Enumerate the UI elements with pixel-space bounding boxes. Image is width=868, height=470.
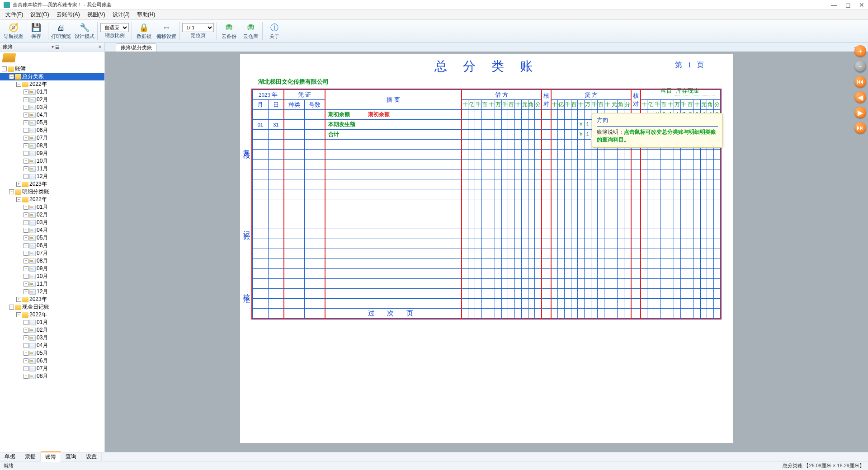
tree-item[interactable]: +08月	[0, 142, 104, 150]
float-toolbar: ＋ − ⏮ ◀ ▶ ⏭	[854, 45, 866, 134]
offset-icon: ↔	[161, 22, 172, 33]
save-icon: 💾	[31, 22, 42, 33]
tooltip-title: 方向	[597, 116, 718, 127]
ledger-tree[interactable]: −账簿−总分类账−2022年+01月+02月+03月+04月+05月+06月+0…	[0, 64, 104, 452]
tree-item[interactable]: +11月	[0, 280, 104, 288]
tree-item[interactable]: +06月	[0, 127, 104, 134]
tree-item[interactable]: +2023年	[0, 180, 104, 188]
cloud-backup-button[interactable]: ⛃云备份	[218, 20, 240, 42]
menu-cloud-account[interactable]: 云账号(A)	[54, 10, 83, 19]
tree-item[interactable]: +08月	[0, 257, 104, 265]
menu-settings[interactable]: 设置(O)	[28, 10, 52, 19]
tree-item[interactable]: +02月	[0, 96, 104, 103]
printer-icon: 🖨	[56, 22, 66, 33]
close-button[interactable]: ✕	[859, 1, 864, 9]
title-bar: 全真账本软件—我的私账专家！ - 我公司账套 — ◻ ✕	[0, 0, 868, 10]
status-right: 总分类账 【26.08厘米 × 18.29厘米】	[783, 462, 864, 469]
tree-item[interactable]: +02月	[0, 211, 104, 219]
tree-item[interactable]: +12月	[0, 173, 104, 180]
zoom-group: 自适应 缩放比例	[99, 20, 131, 42]
info-icon: ⓘ	[269, 22, 280, 33]
sidebar-header: 账簿 ▾ ⬓ ✕	[0, 42, 104, 52]
tree-item[interactable]: +04月	[0, 226, 104, 234]
tree-item[interactable]: +12月	[0, 288, 104, 296]
first-page-button[interactable]: ⏮	[854, 76, 866, 88]
prev-page-button[interactable]: ◀	[854, 91, 866, 103]
menu-help[interactable]: 帮助(H)	[134, 10, 158, 19]
bottom-tab-bar: 单据票据账簿查询设置	[0, 452, 868, 461]
tree-item[interactable]: +07月	[0, 134, 104, 142]
canvas-area: 账簿/总分类账 ▾ ✕ 总 分 类 账 第 1 页 湖北梯田文化传播有限公司 科…	[105, 42, 868, 452]
tooltip-body: 账簿说明：点击鼠标可改变总分类账与明细明类账的查询科目。	[597, 128, 718, 144]
tree-item[interactable]: +01月	[0, 88, 104, 96]
tree-item[interactable]: +10月	[0, 157, 104, 165]
window-title: 全真账本软件—我的私账专家！ - 我公司账套	[13, 1, 112, 8]
bottom-tab[interactable]: 账簿	[41, 451, 61, 462]
last-page-button[interactable]: ⏭	[854, 122, 866, 134]
tree-item[interactable]: +09月	[0, 150, 104, 157]
lock-icon: 🔒	[138, 22, 149, 33]
tree-item[interactable]: +04月	[0, 342, 104, 349]
tree-item[interactable]: +2023年	[0, 296, 104, 303]
tree-item[interactable]: −明细分类账	[0, 188, 104, 196]
data-lock-button[interactable]: 🔒数据锁	[133, 20, 155, 42]
tree-item[interactable]: +02月	[0, 326, 104, 334]
tree-item[interactable]: +07月	[0, 249, 104, 257]
nav-view-button[interactable]: 🧭导航视图	[2, 20, 25, 42]
nav-view-icon: 🧭	[8, 22, 19, 33]
zoom-out-button[interactable]: −	[854, 61, 866, 72]
page-group: 1/ 1 定位页	[180, 20, 216, 42]
bottom-tab[interactable]: 单据	[0, 452, 20, 461]
tree-item[interactable]: −账簿	[0, 65, 104, 73]
tree-item[interactable]: −2022年	[0, 311, 104, 319]
print-preview-button[interactable]: 🖨打印预览	[49, 20, 73, 42]
zoom-combo[interactable]: 自适应	[100, 23, 129, 32]
sidebar-book-icon	[0, 52, 104, 64]
bottom-tab[interactable]: 设置	[81, 452, 102, 461]
tree-item[interactable]: −2022年	[0, 196, 104, 203]
maximize-button[interactable]: ◻	[845, 1, 851, 9]
tree-item[interactable]: +03月	[0, 219, 104, 226]
about-button[interactable]: ⓘ关于	[264, 20, 285, 42]
offset-settings-button[interactable]: ↔偏移设置	[155, 20, 178, 42]
tree-item[interactable]: +08月	[0, 372, 104, 380]
page-combo[interactable]: 1/ 1	[182, 23, 214, 32]
tree-item[interactable]: +04月	[0, 111, 104, 119]
tree-item[interactable]: +01月	[0, 319, 104, 326]
tree-item[interactable]: +03月	[0, 103, 104, 111]
tree-item[interactable]: +10月	[0, 273, 104, 280]
tree-item[interactable]: +07月	[0, 365, 104, 372]
document-tab-bar: 账簿/总分类账 ▾ ✕	[105, 42, 868, 52]
tree-item[interactable]: +05月	[0, 119, 104, 127]
cloud-store-button[interactable]: ⛃云仓库	[240, 20, 261, 42]
document-tab[interactable]: 账簿/总分类账	[116, 43, 157, 52]
minimize-button[interactable]: —	[831, 1, 837, 9]
help-tooltip: 方向 账簿说明：点击鼠标可改变总分类账与明细明类账的查询科目。	[592, 113, 723, 148]
tree-item[interactable]: +01月	[0, 203, 104, 211]
tree-item[interactable]: +11月	[0, 165, 104, 173]
tree-item[interactable]: +06月	[0, 242, 104, 249]
tree-item[interactable]: −2022年	[0, 80, 104, 88]
bottom-tab[interactable]: 票据	[20, 452, 41, 461]
app-icon	[4, 2, 10, 8]
design-mode-button[interactable]: 🔧设计模式	[73, 20, 96, 42]
tree-item[interactable]: +05月	[0, 349, 104, 357]
tree-item[interactable]: +06月	[0, 357, 104, 365]
save-button[interactable]: 💾保存	[25, 20, 47, 42]
menu-view[interactable]: 视图(V)	[85, 10, 108, 19]
sidebar-close-button[interactable]: ✕	[98, 44, 102, 49]
menu-design[interactable]: 设计(J)	[110, 10, 132, 19]
tree-item[interactable]: +03月	[0, 334, 104, 342]
tree-item[interactable]: +09月	[0, 265, 104, 273]
toolbar: 🧭导航视图 💾保存 🖨打印预览 🔧设计模式 自适应 缩放比例 🔒数据锁 ↔偏移设…	[0, 20, 868, 42]
sidebar: 账簿 ▾ ⬓ ✕ −账簿−总分类账−2022年+01月+02月+03月+04月+…	[0, 42, 105, 452]
wrench-icon: 🔧	[79, 22, 90, 33]
next-page-button[interactable]: ▶	[854, 107, 866, 118]
zoom-in-button[interactable]: ＋	[854, 45, 866, 57]
page-number: 第 1 页	[675, 61, 706, 70]
tree-item[interactable]: +05月	[0, 234, 104, 242]
tree-item[interactable]: −总分类账	[0, 73, 104, 80]
tree-item[interactable]: −现金日记账	[0, 303, 104, 311]
bottom-tab[interactable]: 查询	[61, 452, 81, 461]
menu-file[interactable]: 文件(F)	[3, 10, 26, 19]
